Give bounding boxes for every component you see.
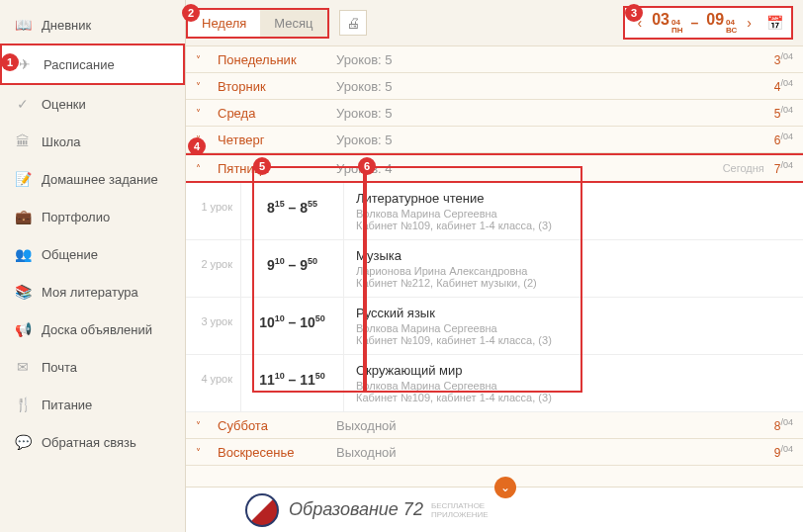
day-date: 5/04	[774, 105, 793, 121]
day-lessons-count: Уроков: 5	[336, 52, 774, 67]
sidebar-item-9[interactable]: ✉Почта	[0, 348, 185, 386]
sidebar: 📖Дневник✈Расписание✓Оценки🏛Школа📝Домашне…	[0, 0, 186, 532]
lesson-room: Кабинет №212, Кабинет музыки, (2)	[356, 277, 791, 289]
lesson-row: 2 урок910 – 950МузыкаЛарионова Ирина Але…	[186, 240, 803, 298]
lesson-subject: Литературное чтение	[356, 191, 791, 206]
sidebar-label: Питание	[42, 398, 92, 412]
lesson-subject: Русский язык	[356, 306, 791, 320]
main-panel: Неделя Месяц 🖨 ‹ 03 04 ПН –	[186, 0, 803, 532]
sidebar-icon: 👥	[14, 245, 32, 263]
lesson-subject: Окружающий мир	[356, 363, 791, 378]
day-name: Четверг	[218, 133, 336, 147]
sidebar-icon: 📝	[14, 170, 32, 188]
day-row[interactable]: ˄ПятницаУроков: 4Сегодня7/04	[186, 153, 803, 183]
sidebar-label: Общение	[42, 247, 98, 262]
sidebar-item-4[interactable]: 📝Домашнее задание	[0, 160, 185, 198]
callout-2: 2	[182, 4, 200, 22]
sidebar-label: Оценки	[42, 97, 86, 112]
sidebar-item-7[interactable]: 📚Моя литература	[0, 273, 185, 310]
today-label: Сегодня	[723, 162, 764, 174]
day-date: 4/04	[774, 78, 793, 94]
lesson-number: 1 урок	[186, 183, 241, 239]
lesson-row: 1 урок815 – 855Литературное чтениеВолков…	[186, 183, 803, 240]
chevron-down-icon: ˅	[196, 108, 210, 119]
sidebar-label: Обратная связь	[42, 435, 136, 450]
promo-banner: ⌄ Образование 72 БЕСПЛАТНОЕ ПРИЛОЖЕНИЕ	[186, 487, 803, 532]
banner-title: Образование 72	[289, 499, 423, 520]
banner-sub1: БЕСПЛАТНОЕ	[431, 501, 489, 510]
chevron-down-icon: ˅	[196, 54, 210, 65]
lesson-room: Кабинет №109, кабинет 1-4 класса, (3)	[356, 334, 791, 346]
day-name: Суббота	[218, 418, 336, 433]
lesson-row: 3 урок1010 – 1050Русский языкВолкова Мар…	[186, 298, 803, 355]
day-name: Среда	[218, 106, 336, 121]
day-date: 9/04	[774, 444, 793, 460]
printer-icon: 🖨	[346, 15, 360, 31]
sidebar-icon: ✓	[14, 95, 32, 113]
callout-3: 3	[625, 4, 643, 22]
date-range: 03 04 ПН – 09 04 ВС	[648, 11, 741, 35]
date-sep: –	[686, 15, 702, 31]
day-lessons-count: Уроков: 5	[336, 106, 774, 121]
sidebar-item-1[interactable]: ✈Расписание	[0, 44, 185, 85]
sidebar-icon: ✉	[14, 358, 32, 376]
end-day: 09	[706, 11, 724, 29]
sidebar-label: Дневник	[42, 18, 91, 33]
day-lessons-count: Выходной	[336, 445, 774, 460]
view-tabs: Неделя Месяц	[186, 8, 329, 39]
sidebar-label: Домашнее задание	[42, 172, 158, 187]
sidebar-item-0[interactable]: 📖Дневник	[0, 6, 185, 44]
day-name: Пятница	[218, 161, 336, 176]
sidebar-icon: 📢	[14, 320, 32, 338]
callout-5: 5	[253, 157, 271, 175]
day-name: Воскресенье	[218, 445, 336, 460]
day-row[interactable]: ˅ЧетвергУроков: 56/04	[186, 127, 803, 153]
sidebar-icon: 🏛	[14, 133, 32, 150]
sidebar-item-8[interactable]: 📢Доска объявлений	[0, 310, 185, 348]
sidebar-label: Портфолио	[42, 210, 110, 224]
lesson-number: 4 урок	[186, 355, 241, 411]
day-lessons-count: Уроков: 5	[336, 133, 774, 147]
sidebar-item-11[interactable]: 💬Обратная связь	[0, 423, 185, 461]
day-row[interactable]: ˅ВторникУроков: 54/04	[186, 73, 803, 100]
day-row[interactable]: ˅СредаУроков: 55/04	[186, 100, 803, 127]
chevron-up-icon: ˄	[196, 163, 210, 174]
calendar-icon[interactable]: 📅	[763, 12, 785, 34]
day-row[interactable]: ˅ПонедельникУроков: 53/04	[186, 46, 803, 73]
lesson-subject: Музыка	[356, 248, 791, 263]
chevron-down-icon: ˅	[196, 81, 210, 92]
sidebar-item-10[interactable]: 🍴Питание	[0, 386, 185, 423]
callout-4: 4	[188, 137, 206, 155]
sidebar-icon: 📖	[14, 16, 32, 34]
day-date: 3/04	[774, 51, 793, 67]
lesson-teacher: Ларионова Ирина Александровна	[356, 265, 791, 277]
day-date: 6/04	[774, 132, 793, 147]
start-day: 03	[652, 11, 669, 29]
banner-logo-icon	[245, 493, 279, 527]
callout-6: 6	[358, 157, 376, 175]
lesson-row: 4 урок1110 – 1150Окружающий мирВолкова М…	[186, 355, 803, 412]
sidebar-item-5[interactable]: 💼Портфолио	[0, 198, 185, 235]
day-name: Понедельник	[218, 52, 336, 67]
sidebar-item-3[interactable]: 🏛Школа	[0, 123, 185, 160]
sidebar-label: Расписание	[44, 57, 115, 72]
day-row[interactable]: ˅СубботаВыходной8/04	[186, 412, 803, 439]
chevron-down-icon: ˅	[196, 447, 210, 458]
day-lessons-count: Уроков: 4	[336, 161, 723, 176]
day-row[interactable]: ˅ВоскресеньеВыходной9/04	[186, 439, 803, 466]
tab-month[interactable]: Месяц	[260, 10, 326, 37]
end-dow: ВС	[726, 27, 737, 35]
sidebar-icon: 💼	[14, 208, 32, 225]
next-week-button[interactable]: ›	[741, 15, 758, 31]
sidebar-item-2[interactable]: ✓Оценки	[0, 85, 185, 123]
callout-1: 1	[1, 53, 19, 71]
lesson-room: Кабинет №109, кабинет 1-4 класса, (3)	[356, 220, 791, 231]
banner-collapse-icon[interactable]: ⌄	[494, 477, 516, 498]
sidebar-icon: 🍴	[14, 396, 32, 413]
print-button[interactable]: 🖨	[339, 10, 367, 36]
sidebar-item-6[interactable]: 👥Общение	[0, 235, 185, 273]
banner-sub2: ПРИЛОЖЕНИЕ	[431, 510, 489, 519]
day-date: 8/04	[774, 417, 793, 433]
chevron-down-icon: ˅	[196, 420, 210, 431]
sidebar-label: Школа	[42, 134, 81, 149]
